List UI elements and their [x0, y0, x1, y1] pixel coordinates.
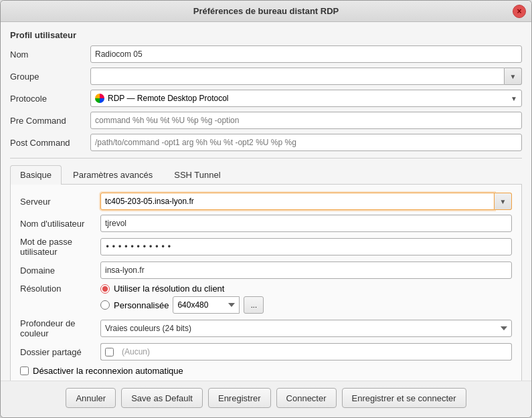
tabs-bar: Basique Paramètres avancés SSH Tunnel [10, 165, 522, 185]
profile-section-title: Profil utilisateur [10, 30, 522, 40]
post-command-label: Post Command [10, 138, 90, 148]
color-depth-select[interactable]: Vraies couleurs (24 bits) [100, 320, 512, 337]
password-input[interactable] [100, 238, 512, 255]
password-row: Mot de passe utilisateur [20, 237, 512, 257]
shared-folder-checkbox[interactable] [105, 348, 114, 356]
nom-label: Nom [10, 49, 90, 60]
groupe-row: Groupe ▼ [10, 68, 522, 85]
color-depth-row: Profondeur de couleur Vraies couleurs (2… [20, 318, 512, 338]
pre-command-label: Pre Command [10, 116, 90, 126]
resolution-label: Résolution [20, 284, 100, 294]
post-command-row: Post Command [10, 134, 522, 151]
color-depth-label: Profondeur de couleur [20, 318, 100, 338]
serveur-field-wrap: ▼ [100, 193, 512, 210]
username-row: Nom d'utilisateur [20, 215, 512, 232]
resolution-options: Utiliser la résolution du client Personn… [100, 284, 264, 314]
enregistrer-button[interactable]: Enregistrer [208, 388, 271, 408]
shared-folder-row: Dossier partagé (Aucun) [20, 343, 512, 360]
shared-folder-select[interactable]: (Aucun) [118, 343, 512, 360]
pre-command-input[interactable] [90, 112, 522, 129]
shared-folder-field-wrap: (Aucun) [100, 343, 512, 360]
groupe-label: Groupe [10, 72, 90, 82]
resolution-row: Résolution Utiliser la résolution du cli… [20, 284, 512, 314]
reconnect-checkbox[interactable] [20, 367, 29, 375]
password-label: Mot de passe utilisateur [20, 237, 100, 257]
enregistrer-connecter-button[interactable]: Enregistrer et se connecter [342, 388, 466, 408]
close-button[interactable]: × [513, 5, 526, 18]
domain-row: Domaine [20, 262, 512, 279]
resolution-custom-btn[interactable]: ... [244, 296, 264, 314]
groupe-input[interactable] [90, 68, 505, 85]
content-area: Profil utilisateur Nom Groupe ▼ Protocol… [1, 22, 531, 381]
titlebar: Préférences de bureau distant RDP × [1, 1, 531, 22]
separator [10, 158, 522, 159]
tab-basique-content: Serveur ▼ Nom d'utilisateur Mot de passe… [10, 185, 522, 381]
resolution-radio-2[interactable] [100, 300, 110, 310]
tab-avances[interactable]: Paramètres avancés [63, 165, 163, 184]
domain-input[interactable] [100, 262, 512, 279]
serveur-input[interactable] [100, 193, 495, 210]
groupe-dropdown-btn[interactable]: ▼ [505, 68, 522, 85]
resolution-custom-select[interactable]: 640x480 [173, 296, 240, 314]
protocole-label: Protocole [10, 94, 90, 104]
resolution-radio-1[interactable] [100, 284, 110, 294]
tab-ssh[interactable]: SSH Tunnel [164, 165, 230, 184]
reconnect-row: Désactiver la reconnexion automatique [20, 366, 512, 376]
serveur-row: Serveur ▼ [20, 193, 512, 210]
footer: Annuler Save as Default Enregistrer Conn… [1, 381, 531, 417]
tab-basique[interactable]: Basique [10, 165, 62, 185]
resolution-option1-row: Utiliser la résolution du client [100, 284, 264, 294]
pre-command-row: Pre Command [10, 112, 522, 129]
resolution-option2-label: Personnalisée [114, 300, 169, 310]
reconnect-label: Désactiver la reconnexion automatique [33, 366, 183, 376]
shared-folder-label: Dossier partagé [20, 347, 100, 357]
save-default-button[interactable]: Save as Default [121, 388, 203, 408]
domain-label: Domaine [20, 266, 100, 276]
resolution-option2-row: Personnalisée 640x480 ... [100, 296, 264, 314]
annuler-button[interactable]: Annuler [66, 388, 116, 408]
username-label: Nom d'utilisateur [20, 219, 100, 229]
nom-row: Nom [10, 45, 522, 63]
serveur-label: Serveur [20, 197, 100, 207]
post-command-input[interactable] [90, 134, 522, 151]
groupe-field-wrap: ▼ [90, 68, 522, 85]
window-title: Préférences de bureau distant RDP [193, 6, 339, 16]
shared-folder-checkbox-wrap [100, 343, 118, 360]
username-input[interactable] [100, 215, 512, 232]
serveur-dropdown-btn[interactable]: ▼ [495, 193, 512, 210]
protocole-row: Protocole RDP — Remote Desktop Protocol … [10, 90, 522, 107]
nom-input[interactable] [90, 45, 522, 63]
protocole-select-wrap: RDP — Remote Desktop Protocol RDP — Remo… [90, 90, 522, 107]
resolution-option1-label: Utiliser la résolution du client [114, 284, 224, 294]
main-window: Préférences de bureau distant RDP × Prof… [0, 0, 532, 418]
connecter-button[interactable]: Connecter [276, 388, 337, 408]
